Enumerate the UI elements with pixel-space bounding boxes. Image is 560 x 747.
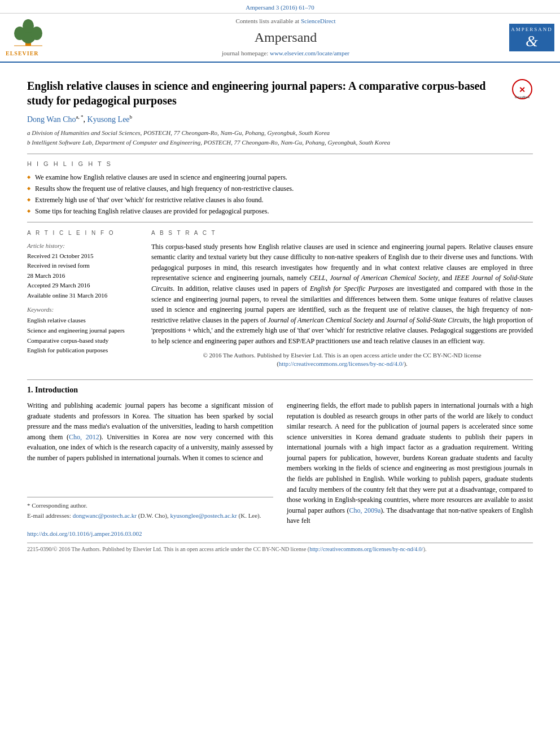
ampersand-logo-container: AMPERSAND & <box>504 24 554 51</box>
introduction-section: 1. Introduction Writing and publishing a… <box>27 379 533 526</box>
abstract-text: This corpus-based study presents how Eng… <box>151 242 533 347</box>
cho2009a-ref[interactable]: Cho, 2009a <box>349 506 380 514</box>
accepted-date: Accepted 29 March 2016 <box>27 281 140 290</box>
keyword-item: English relative clauses <box>27 316 140 326</box>
keyword-item: English for publication purposes <box>27 346 140 356</box>
revised-date: 28 March 2016 <box>27 272 140 280</box>
sciencedirect-link[interactable]: ScienceDirect <box>301 18 336 24</box>
keyword-item: Comparative corpus-based study <box>27 336 140 346</box>
affiliation-a: a Division of Humanities and Social Scie… <box>27 128 533 138</box>
elsevier-logo-container: ELSEVIER <box>6 18 68 58</box>
keywords-section: Keywords: English relative clauses Scien… <box>27 305 140 356</box>
highlight-item: Extremely high use of 'that' over 'which… <box>27 195 533 205</box>
ampersand-logo: AMPERSAND & <box>509 24 554 51</box>
journal-title: Ampersand <box>68 28 504 47</box>
divider-2 <box>27 222 533 222</box>
ampersand-symbol: & <box>526 33 538 49</box>
cc-license-link[interactable]: http://creativecommons.org/licenses/by-n… <box>279 360 404 367</box>
cho2012-ref[interactable]: Cho, 2012 <box>69 433 99 441</box>
crossmark-icon: ✕ CrossMark <box>511 78 533 100</box>
history-label: Article history: <box>27 242 140 250</box>
affiliations: a Division of Humanities and Social Scie… <box>27 128 533 147</box>
doi-line: http://dx.doi.org/10.1016/j.amper.2016.0… <box>27 530 533 538</box>
received-date: Received 21 October 2015 <box>27 252 140 260</box>
elsevier-label: ELSEVIER <box>6 50 39 58</box>
journal-header-center: Contents lists available at ScienceDirec… <box>68 17 504 58</box>
svg-text:CrossMark: CrossMark <box>515 95 530 99</box>
svg-text:✕: ✕ <box>519 85 526 94</box>
available-date: Available online 31 March 2016 <box>27 291 140 300</box>
keywords-label: Keywords: <box>27 305 140 314</box>
intro-left-text: Writing and publishing academic journal … <box>27 400 273 464</box>
corresponding-note: * Corresponding author. <box>27 501 273 510</box>
bottom-bar: 2215-0390/© 2016 The Authors. Published … <box>27 543 533 553</box>
highlight-item: Some tips for teaching English relative … <box>27 207 533 216</box>
intro-right-col: engineering fields, the effort made to p… <box>287 400 533 526</box>
svg-point-4 <box>23 19 34 33</box>
homepage-row: journal homepage: www.elsevier.com/locat… <box>68 49 504 58</box>
homepage-link[interactable]: www.elsevier.com/locate/amper <box>270 50 349 56</box>
abstract-copyright: © 2016 The Authors. Published by Elsevie… <box>151 351 533 369</box>
main-content: English relative clauses in science and … <box>0 63 560 560</box>
abstract-col: A B S T R A C T This corpus-based study … <box>151 229 533 369</box>
keywords-list: English relative clauses Science and eng… <box>27 316 140 355</box>
article-info-abstract-row: A R T I C L E I N F O Article history: R… <box>27 229 533 369</box>
highlight-item: We examine how English relative clauses … <box>27 173 533 182</box>
highlight-item: Results show the frequent use of relativ… <box>27 184 533 194</box>
affiliation-b: b Intelligent Software Lab, Department o… <box>27 138 533 147</box>
intro-two-col: Writing and publishing academic journal … <box>27 400 533 526</box>
intro-heading: 1. Introduction <box>27 385 533 396</box>
abstract-heading: A B S T R A C T <box>151 229 533 237</box>
journal-citation: Ampersand 3 (2016) 61–70 <box>0 0 560 14</box>
article-title: English relative clauses in science and … <box>27 78 533 108</box>
article-info-col: A R T I C L E I N F O Article history: R… <box>27 229 140 369</box>
author1-link[interactable]: Dong Wan Cho <box>27 115 76 123</box>
email-note: E-mail addresses: dongwanc@postech.ac.kr… <box>27 511 273 521</box>
intro-right-text: engineering fields, the effort made to p… <box>287 400 533 526</box>
citation-text: Ampersand 3 (2016) 61–70 <box>246 4 314 11</box>
article-info: Article history: Received 21 October 201… <box>27 242 140 300</box>
article-info-heading: A R T I C L E I N F O <box>27 229 140 237</box>
email2-link[interactable]: kyusonglee@postech.ac.kr <box>170 512 237 519</box>
contents-available-text: Contents lists available at ScienceDirec… <box>68 17 504 25</box>
elsevier-logo: ELSEVIER <box>6 18 68 58</box>
revised-label: Received in revised form <box>27 261 140 270</box>
crossmark-badge: ✕ CrossMark <box>511 78 533 100</box>
email1-link[interactable]: dongwanc@postech.ac.kr <box>73 512 137 519</box>
doi-link[interactable]: http://dx.doi.org/10.1016/j.amper.2016.0… <box>27 530 142 537</box>
bottom-license-link[interactable]: http://creativecommons.org/licenses/by-n… <box>309 546 423 552</box>
highlights-section: H I G H L I G H T S We examine how Engli… <box>27 160 533 216</box>
divider-1 <box>27 154 533 154</box>
journal-header-row: ELSEVIER Contents lists available at Sci… <box>0 14 560 62</box>
elsevier-tree-icon <box>6 18 51 49</box>
divider-3 <box>27 379 533 380</box>
footnote-area: * Corresponding author. E-mail addresses… <box>27 497 273 520</box>
authors-line: Dong Wan Choa, *, Kyusong Leeb <box>27 113 533 125</box>
highlights-heading: H I G H L I G H T S <box>27 160 533 168</box>
author2-link[interactable]: Kyusong Lee <box>88 115 130 123</box>
highlights-list: We examine how English relative clauses … <box>27 173 533 216</box>
intro-left-col: Writing and publishing academic journal … <box>27 400 273 526</box>
keyword-item: Science and engineering journal papers <box>27 326 140 336</box>
